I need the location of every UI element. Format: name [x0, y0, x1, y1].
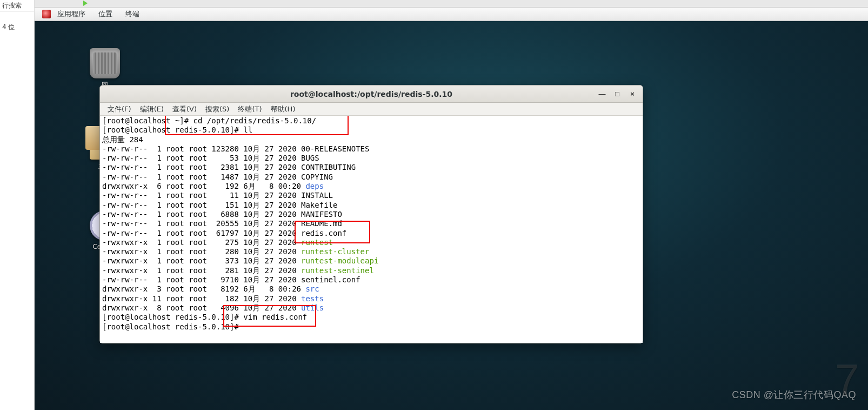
trash-icon — [90, 48, 120, 78]
dir-name: src — [305, 285, 319, 293]
terminal-menubar: 文件(F) 编辑(E) 查看(V) 搜索(S) 终端(T) 帮助(H) — [100, 103, 643, 116]
play-icon[interactable] — [83, 1, 88, 6]
watermark: 7 CSDN @让你三行代码QAQ — [732, 388, 856, 401]
term-line: -rw-rw-r-- 1 root root 20555 10月 27 2020… — [102, 219, 342, 228]
panel-places[interactable]: 位置 — [92, 9, 119, 19]
term-line: -rwxrwxr-x 1 root root 281 10月 27 2020 — [102, 266, 301, 275]
panel-applications[interactable]: 应用程序 — [51, 9, 92, 19]
desktop-trash[interactable]: 回 — [83, 48, 126, 90]
term-line: [root@localhost ~]# cd /opt/redis/redis-… — [102, 116, 316, 125]
dir-name: deps — [305, 182, 324, 190]
maximize-button[interactable]: □ — [610, 88, 624, 100]
host-sidebar: 行搜索 4 位 — [0, 0, 35, 410]
term-line: drwxrwxr-x 8 root root 4096 10月 27 2020 — [102, 303, 301, 312]
host-unit-label: 4 位 — [0, 12, 34, 43]
terminal-window: root@localhost:/opt/redis/redis-5.0.10 —… — [99, 85, 643, 343]
term-line: -rw-rw-r-- 1 root root 61797 10月 27 2020… — [102, 229, 346, 237]
term-line: [root@localhost redis-5.0.10]# — [102, 322, 243, 331]
menu-edit[interactable]: 编辑(E) — [136, 104, 168, 114]
term-line: -rwxrwxr-x 1 root root 280 10月 27 2020 — [102, 247, 301, 256]
exec-name: runtest-cluster — [301, 247, 369, 256]
term-line: -rw-rw-r-- 1 root root 53 10月 27 2020 BU… — [102, 154, 319, 162]
term-line: -rw-rw-r-- 1 root root 6888 10月 27 2020 … — [102, 210, 342, 219]
menu-file[interactable]: 文件(F) — [103, 104, 136, 114]
menu-help[interactable]: 帮助(H) — [266, 104, 300, 114]
term-line: 总用量 284 — [102, 135, 143, 144]
menu-view[interactable]: 查看(V) — [168, 104, 201, 114]
activities-icon[interactable] — [42, 10, 51, 18]
minimize-button[interactable]: — — [595, 88, 609, 100]
window-titlebar[interactable]: root@localhost:/opt/redis/redis-5.0.10 —… — [100, 85, 643, 103]
term-line: -rwxrwxr-x 1 root root 275 10月 27 2020 — [102, 238, 301, 247]
terminal-body[interactable]: [root@localhost ~]# cd /opt/redis/redis-… — [100, 116, 643, 343]
gnome-top-panel: 应用程序 位置 终端 — [35, 8, 868, 21]
watermark-bg: 7 — [835, 355, 859, 405]
term-line: drwxrwxr-x 3 root root 8192 6月 8 00:26 — [102, 285, 305, 293]
term-line: -rw-rw-r-- 1 root root 2381 10月 27 2020 … — [102, 163, 356, 171]
term-line: [root@localhost redis-5.0.10]# ll — [102, 125, 252, 134]
term-line: [root@localhost redis-5.0.10]# vim redis… — [102, 313, 307, 321]
panel-terminal[interactable]: 终端 — [119, 9, 146, 19]
close-button[interactable]: × — [625, 88, 639, 100]
term-line: drwxrwxr-x 6 root root 192 6月 8 00:20 — [102, 182, 305, 190]
host-toolbar — [35, 0, 868, 8]
term-line: -rwxrwxr-x 1 root root 373 10月 27 2020 — [102, 256, 301, 265]
vm-screen: 应用程序 位置 终端 回 主文 CentOS root@localhost:/o… — [35, 8, 868, 410]
dir-name: tests — [301, 294, 324, 303]
term-line: -rw-rw-r-- 1 root root 151 10月 27 2020 M… — [102, 201, 337, 209]
menu-terminal[interactable]: 终端(T) — [233, 104, 266, 114]
term-line: drwxrwxr-x 11 root root 182 10月 27 2020 — [102, 294, 301, 303]
desktop[interactable]: 回 主文 CentOS root@localhost:/opt/redis/re… — [35, 21, 868, 410]
term-line: -rw-rw-r-- 1 root root 1487 10月 27 2020 … — [102, 173, 333, 181]
term-line: -rw-rw-r-- 1 root root 9710 10月 27 2020 … — [102, 275, 360, 284]
dir-name: utils — [301, 303, 324, 312]
exec-name: runtest — [301, 238, 333, 247]
term-line: -rw-rw-r-- 1 root root 11 10月 27 2020 IN… — [102, 191, 333, 200]
exec-name: runtest-sentinel — [301, 266, 374, 275]
host-search-label[interactable]: 行搜索 — [0, 0, 34, 12]
window-title: root@localhost:/opt/redis/redis-5.0.10 — [290, 90, 452, 98]
term-line: -rw-rw-r-- 1 root root 123280 10月 27 202… — [102, 144, 369, 153]
exec-name: runtest-moduleapi — [301, 256, 378, 265]
menu-search[interactable]: 搜索(S) — [201, 104, 233, 114]
